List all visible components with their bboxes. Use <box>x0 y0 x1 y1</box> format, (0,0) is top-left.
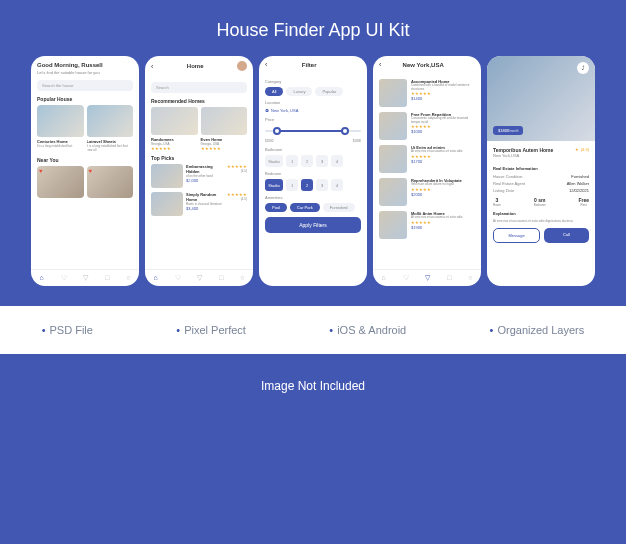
rec-heading: Recommended Homes <box>151 98 247 104</box>
share-icon[interactable]: ⤴ <box>577 62 589 74</box>
search-input[interactable]: Search the house <box>37 80 133 91</box>
kv-label: Real Estate Agent <box>493 181 525 186</box>
bag-icon[interactable]: □ <box>447 274 451 282</box>
location-value[interactable]: ⦿New York, USA <box>265 108 361 113</box>
heart-icon[interactable]: ♥ <box>89 168 93 174</box>
rec-card[interactable]: Randomees Georgia, USA ★★★★★ <box>151 107 198 151</box>
bag-icon[interactable]: □ <box>105 274 109 282</box>
back-icon[interactable]: ‹ <box>265 61 267 68</box>
rec-card[interactable]: Even Home Georgia, USA ★★★★★ <box>201 107 248 151</box>
profile-icon[interactable]: ○ <box>468 274 472 282</box>
list-price: $1900 <box>411 225 475 230</box>
list-item[interactable]: Mollit Anim HomeAt vero eos et accusamus… <box>379 211 475 239</box>
category-chip[interactable]: Luxury <box>286 87 312 96</box>
price-tag: $1800/month <box>493 126 523 135</box>
home-icon[interactable]: ⌂ <box>39 274 43 282</box>
pick-item[interactable]: Embarrassing Hidden of on the other hand… <box>151 164 247 188</box>
house-image <box>379 79 407 107</box>
screen-listing: ‹ New York,USA Accompanied HomeCombined … <box>373 56 481 286</box>
message-button[interactable]: Message <box>493 228 540 243</box>
hero-image: ⤴ $1800/month <box>487 56 595 141</box>
bag-icon[interactable]: □ <box>219 274 223 282</box>
apply-filters-button[interactable]: Apply Filters <box>265 217 361 233</box>
popular-heading: Popular House <box>37 96 133 102</box>
phone-showcase: Good Morning, Russell Let's find the sui… <box>0 56 626 286</box>
near-card[interactable]: ♥ <box>87 166 134 198</box>
home-icon[interactable]: ⌂ <box>153 274 157 282</box>
house-image <box>379 178 407 206</box>
amenity-chip[interactable]: Car Park <box>290 203 320 212</box>
category-chip[interactable]: All <box>265 87 283 96</box>
filter-icon[interactable]: ▽ <box>425 274 430 282</box>
house-card[interactable]: Centuries Home It is a long established … <box>37 105 84 152</box>
house-image <box>151 192 183 216</box>
profile-icon[interactable]: ○ <box>126 274 130 282</box>
feature-item: Organized Layers <box>490 324 585 336</box>
heart-icon[interactable]: ♡ <box>403 274 409 282</box>
kv-value: Allen Walker <box>567 181 589 186</box>
list-item[interactable]: Free From RepetitionConsectetur adipisci… <box>379 112 475 140</box>
num-chip[interactable]: 1 <box>286 179 298 191</box>
screen-home-greeting: Good Morning, Russell Let's find the sui… <box>31 56 139 286</box>
heart-icon[interactable]: ♡ <box>61 274 67 282</box>
num-chip[interactable]: 1 <box>286 155 298 167</box>
back-icon[interactable]: ‹ <box>151 63 153 70</box>
amenity-chip[interactable]: Pool <box>265 203 287 212</box>
search-input[interactable]: Search <box>151 82 247 93</box>
page-title: House Finder App UI Kit <box>0 0 626 56</box>
avatar[interactable] <box>237 61 247 71</box>
num-chip[interactable]: 2 <box>301 155 313 167</box>
num-chip[interactable]: 3 <box>316 155 328 167</box>
pick-title: Simply Random Home <box>186 192 224 202</box>
screen-title: New York,USA <box>403 62 444 68</box>
card-sub: It is a long established fact <box>37 144 84 148</box>
feature-item: PSD File <box>42 324 93 336</box>
slider-thumb-min[interactable] <box>273 127 281 135</box>
profile-icon[interactable]: ○ <box>240 274 244 282</box>
num-chip[interactable]: 2 <box>301 179 313 191</box>
pick-title: Embarrassing Hidden <box>186 164 224 174</box>
kv-value: 12/02/2021 <box>569 188 589 193</box>
filter-icon[interactable]: ▽ <box>83 274 88 282</box>
num-chip[interactable]: Studio <box>265 155 283 167</box>
list-item[interactable]: Ut Enim ad minimAt vero eos et accusamus… <box>379 145 475 173</box>
house-image <box>37 105 84 137</box>
rating-badge: ★(4.9) <box>575 147 589 152</box>
screen-home-list: ‹ Home Search Recommended Homes Randomee… <box>145 56 253 286</box>
heart-icon[interactable]: ♡ <box>175 274 181 282</box>
pin-icon: ⦿ <box>265 108 269 113</box>
num-chip[interactable]: Studio <box>265 179 283 191</box>
greeting-sub: Let's find the suitable house for you <box>37 70 133 75</box>
detail-loc: New York,USA <box>493 153 553 158</box>
card-sub: It is a long established fact that view … <box>87 144 134 152</box>
house-card[interactable]: Latravel Sheets It is a long established… <box>87 105 134 152</box>
category-label: Category <box>265 79 361 84</box>
num-chip[interactable]: 4 <box>331 155 343 167</box>
filter-icon[interactable]: ▽ <box>197 274 202 282</box>
list-item[interactable]: Accompanied HomeCombined with a handful … <box>379 79 475 107</box>
call-button[interactable]: Call <box>544 228 589 243</box>
num-chip[interactable]: 4 <box>331 179 343 191</box>
list-item[interactable]: Reprehenderit In VoluptateVelit esse cil… <box>379 178 475 206</box>
price-slider[interactable] <box>265 125 361 137</box>
bottom-nav: ⌂ ♡ ▽ □ ○ <box>373 269 481 286</box>
features-band: PSD File Pixel Perfect iOS & Android Org… <box>0 306 626 354</box>
screen-title: Home <box>187 63 204 69</box>
kv-label: House Condition <box>493 174 523 179</box>
house-image <box>379 211 407 239</box>
spec-label: Bedroom <box>534 203 546 207</box>
pick-price: $2,000 <box>186 178 224 183</box>
heart-icon[interactable]: ♥ <box>39 168 43 174</box>
num-chip[interactable]: 3 <box>316 179 328 191</box>
amenity-chip[interactable]: Furnished <box>323 203 355 212</box>
category-chip[interactable]: Popular <box>315 87 343 96</box>
bedroom-label: Bedroom <box>265 171 361 176</box>
back-icon[interactable]: ‹ <box>379 61 381 68</box>
house-image <box>87 105 134 137</box>
slider-thumb-max[interactable] <box>341 127 349 135</box>
star-rating: ★★★★★ <box>201 146 248 151</box>
feature-item: Pixel Perfect <box>176 324 246 336</box>
home-icon[interactable]: ⌂ <box>381 274 385 282</box>
near-card[interactable]: ♥ <box>37 166 84 198</box>
pick-item[interactable]: Simply Random Home Roots in classical li… <box>151 192 247 216</box>
